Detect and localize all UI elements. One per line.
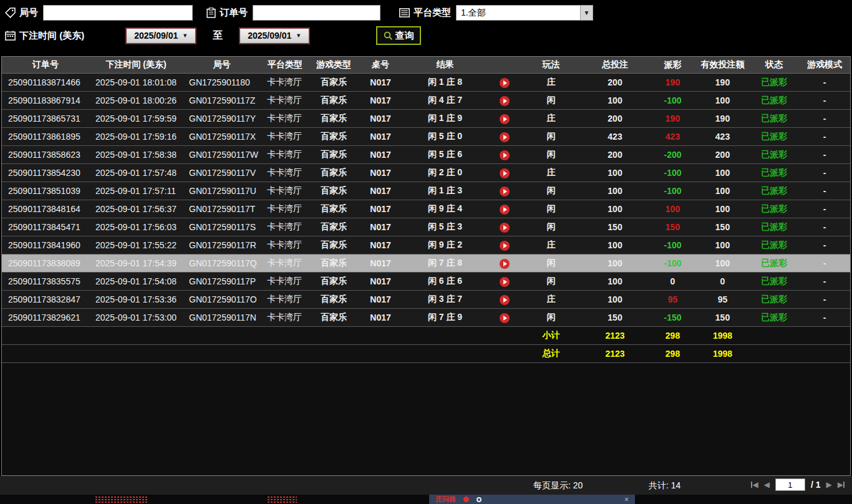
cell-payout: 190 [649,114,696,124]
cell-time: 2025-09-01 17:59:16 [89,132,183,142]
date-from-button[interactable]: 2025/09/01 ▼ [125,27,196,44]
cell-payout: 150 [649,222,696,232]
cell-payout: 100 [649,204,696,214]
cell-game: 百家乐 [309,221,358,233]
play-icon[interactable] [500,295,510,305]
play-icon[interactable] [500,259,510,269]
round-input[interactable] [43,5,193,21]
table-row[interactable]: 2509011738355752025-09-01 17:54:08GN0172… [2,273,850,291]
table-row[interactable]: 2509011738657312025-09-01 17:59:59GN0172… [2,110,850,128]
play-icon[interactable] [500,277,510,287]
close-icon: × [624,495,629,504]
table-row[interactable]: 2509011738510392025-09-01 17:57:11GN0172… [2,182,850,200]
play-icon[interactable] [500,241,510,251]
cell-time: 2025-09-01 18:00:26 [89,95,183,105]
cell-table-no: N017 [358,168,403,178]
table-row[interactable]: 2509011738542302025-09-01 17:57:48GN0172… [2,164,850,182]
cell-time: 2025-09-01 18:01:08 [89,77,183,87]
cell-game: 百家乐 [309,276,358,287]
cell-table-no: N017 [358,150,403,160]
cell-total-bet: 200 [581,114,649,124]
table-row[interactable]: 2509011738419602025-09-01 17:55:22GN0172… [2,236,850,254]
cell-play: 闲 [521,221,581,233]
cell-table-no: N017 [358,186,403,196]
cell-time: 2025-09-01 17:58:38 [89,150,183,160]
play-icon[interactable] [500,168,510,178]
play-icon[interactable] [500,205,510,215]
cell-status: 已派彩 [749,149,799,160]
cell-order: 250901173845471 [2,222,89,232]
cell-game: 百家乐 [309,113,358,124]
date-to-button[interactable]: 2025/09/01 ▼ [239,27,310,44]
first-page-icon[interactable]: ◀ [751,480,758,489]
column-header: 总投注 [581,59,649,70]
cell-round: GN0172590117P [183,276,261,286]
date-to-value: 2025/09/01 [248,31,291,41]
cell-payout: 0 [649,276,696,286]
cell-valid-bet: 150 [696,222,749,232]
play-icon[interactable] [500,114,510,124]
grand-total-label: 总计 [521,348,581,359]
table-row[interactable]: 2509011738380892025-09-01 17:54:39GN0172… [2,254,850,273]
play-icon[interactable] [500,78,510,88]
play-icon[interactable] [500,96,510,106]
cell-mode: - [799,258,850,268]
page-input[interactable] [775,478,805,491]
prev-page-icon[interactable]: ◀ [764,480,770,489]
table-row[interactable]: 2509011838714662025-09-01 18:01:08GN1725… [2,74,850,92]
table-row[interactable]: 2509011738454712025-09-01 17:56:03GN0172… [2,218,850,236]
background-window-strip: 庄问路 × [0,495,852,504]
cell-play: 庄 [521,113,581,124]
cell-mode: - [799,204,850,214]
cell-table-no: N017 [358,258,403,268]
cell-play: 庄 [521,240,581,251]
play-icon[interactable] [500,223,510,233]
magnifier-icon [384,31,393,41]
subtotal-total-bet: 2123 [581,331,649,341]
calendar-icon [5,31,16,41]
chevron-down-icon: ▼ [182,32,188,39]
table-row[interactable]: 2509011838679142025-09-01 18:00:26GN0172… [2,92,850,110]
cell-order: 250901173848164 [2,204,89,214]
cell-status: 已派彩 [749,203,799,215]
table-row[interactable]: 2509011738328472025-09-01 17:53:36GN0172… [2,291,850,309]
cell-order: 250901173858623 [2,150,89,160]
table-body: 2509011838714662025-09-01 18:01:08GN1725… [2,74,850,327]
play-icon[interactable] [500,132,510,142]
cell-order: 250901183871466 [2,77,89,87]
cell-mode: - [799,240,850,250]
play-icon[interactable] [500,313,510,323]
table-row[interactable]: 2509011738618952025-09-01 17:59:16GN0172… [2,128,850,146]
cell-play: 庄 [521,167,581,178]
next-page-icon[interactable]: ▶ [826,480,832,489]
cell-order: 250901183867914 [2,95,89,105]
per-page-label: 每页显示: 20 [533,480,583,492]
table-row[interactable]: 2509011738296212025-09-01 17:53:00GN0172… [2,309,850,327]
table-row[interactable]: 2509011738481642025-09-01 17:56:37GN0172… [2,200,850,218]
roadmap-dots [267,496,297,503]
last-page-icon[interactable]: ▶ [838,480,845,489]
cell-payout: -200 [649,150,696,160]
cell-status: 已派彩 [749,276,799,287]
cell-time: 2025-09-01 17:57:48 [89,168,183,178]
cell-table-no: N017 [358,204,403,214]
cell-platform: 卡卡湾厅 [261,276,309,287]
cell-round: GN0172590117O [183,294,261,304]
cell-result: 闲 7 庄 9 [403,312,487,323]
cell-payout: 423 [649,132,696,142]
cell-table-no: N017 [358,240,403,250]
cell-game: 百家乐 [309,240,358,251]
table-row[interactable]: 2509011738586232025-09-01 17:58:38GN0172… [2,146,850,164]
white-dot-icon [477,497,482,502]
grand-total-payout: 298 [649,349,696,359]
cell-replay [487,221,521,232]
cell-mode: - [799,186,850,196]
platform-select[interactable]: 1.全部 ▼ [456,5,593,21]
query-button[interactable]: 查询 [376,26,421,45]
play-icon[interactable] [500,150,510,160]
cell-status: 已派彩 [749,312,799,323]
play-icon[interactable] [500,187,510,196]
cell-replay [487,77,521,87]
cell-order: 250901173829621 [2,313,89,322]
order-input[interactable] [253,5,380,21]
